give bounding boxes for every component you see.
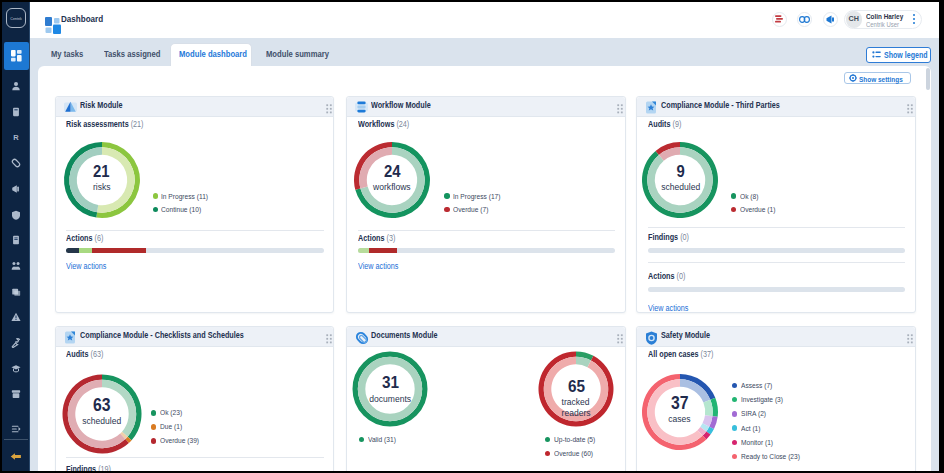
svg-text:Centrik: Centrik <box>10 17 22 21</box>
svg-text:R: R <box>13 133 19 142</box>
